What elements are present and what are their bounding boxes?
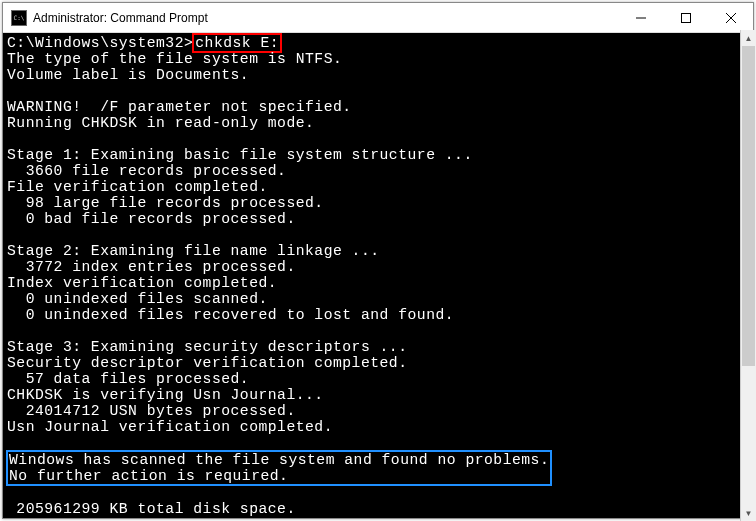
output-line: No further action is required. xyxy=(9,468,549,484)
output-line: Stage 3: Examining security descriptors … xyxy=(7,339,749,355)
output-line: 3660 file records processed. xyxy=(7,163,749,179)
output-line: Volume label is Documents. xyxy=(7,67,749,83)
output-line: 0 unindexed files scanned. xyxy=(7,291,749,307)
output-line: Usn Journal verification completed. xyxy=(7,419,749,435)
output-line: 0 bad file records processed. xyxy=(7,211,749,227)
output-line: File verification completed. xyxy=(7,179,749,195)
output-line xyxy=(7,131,749,147)
svg-rect-1 xyxy=(681,13,690,22)
output-line: Stage 2: Examining file name linkage ... xyxy=(7,243,749,259)
output-line: 57 data files processed. xyxy=(7,371,749,387)
output-line: Index verification completed. xyxy=(7,275,749,291)
output-line: Stage 1: Examining basic file system str… xyxy=(7,147,749,163)
command-prompt-window: Administrator: Command Prompt C:\Windows… xyxy=(2,2,754,519)
window-title: Administrator: Command Prompt xyxy=(33,11,618,25)
result-highlight: Windows has scanned the file system and … xyxy=(6,450,552,486)
maximize-button[interactable] xyxy=(663,3,708,32)
scroll-thumb[interactable] xyxy=(742,46,755,366)
output-line: Security descriptor verification complet… xyxy=(7,355,749,371)
output-line xyxy=(7,227,749,243)
scrollbar[interactable]: ▲ ▼ xyxy=(740,30,756,521)
output-line: 205961299 KB total disk space. xyxy=(7,501,749,517)
output-line xyxy=(7,323,749,339)
close-button[interactable] xyxy=(708,3,753,32)
output-line: 98 large file records processed. xyxy=(7,195,749,211)
minimize-icon xyxy=(636,13,646,23)
output-line xyxy=(7,435,749,451)
command-highlight: chkdsk E: xyxy=(192,33,282,53)
prompt-line: C:\Windows\system32>chkdsk E: xyxy=(7,35,749,51)
output-line: Windows has scanned the file system and … xyxy=(9,452,549,468)
window-controls xyxy=(618,3,753,32)
output-line: 24014712 USN bytes processed. xyxy=(7,403,749,419)
output-line: 0 unindexed files recovered to lost and … xyxy=(7,307,749,323)
output-line: Running CHKDSK in read-only mode. xyxy=(7,115,749,131)
terminal-output[interactable]: C:\Windows\system32>chkdsk E: The type o… xyxy=(3,33,753,518)
maximize-icon xyxy=(681,13,691,23)
output-line: WARNING! /F parameter not specified. xyxy=(7,99,749,115)
minimize-button[interactable] xyxy=(618,3,663,32)
output-line: The type of the file system is NTFS. xyxy=(7,51,749,67)
prompt-path: C:\Windows\system32> xyxy=(7,35,193,51)
close-icon xyxy=(726,13,736,23)
output-line: 3772 index entries processed. xyxy=(7,259,749,275)
output-line: CHKDSK is verifying Usn Journal... xyxy=(7,387,749,403)
cmd-icon xyxy=(11,10,27,26)
output-line xyxy=(7,83,749,99)
scroll-up-button[interactable]: ▲ xyxy=(741,30,756,46)
scroll-down-button[interactable]: ▼ xyxy=(741,505,756,521)
output-line xyxy=(7,485,749,501)
titlebar: Administrator: Command Prompt xyxy=(3,3,753,33)
